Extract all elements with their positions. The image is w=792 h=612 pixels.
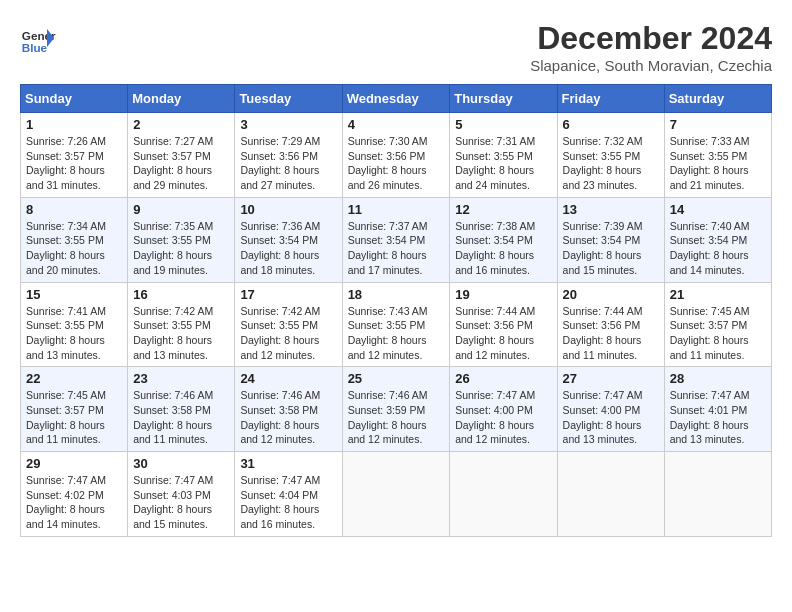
page-header: General Blue December 2024 Slapanice, So…: [20, 20, 772, 74]
week-row-1: 1 Sunrise: 7:26 AM Sunset: 3:57 PM Dayli…: [21, 113, 772, 198]
day-info: Sunrise: 7:30 AM Sunset: 3:56 PM Dayligh…: [348, 134, 445, 193]
day-number: 16: [133, 287, 229, 302]
day-cell-28: 28 Sunrise: 7:47 AM Sunset: 4:01 PM Dayl…: [664, 367, 771, 452]
day-cell-29: 29 Sunrise: 7:47 AM Sunset: 4:02 PM Dayl…: [21, 452, 128, 537]
day-cell-26: 26 Sunrise: 7:47 AM Sunset: 4:00 PM Dayl…: [450, 367, 557, 452]
header-saturday: Saturday: [664, 85, 771, 113]
day-info: Sunrise: 7:37 AM Sunset: 3:54 PM Dayligh…: [348, 219, 445, 278]
day-number: 20: [563, 287, 659, 302]
svg-text:Blue: Blue: [22, 41, 48, 54]
day-number: 8: [26, 202, 122, 217]
day-number: 23: [133, 371, 229, 386]
day-info: Sunrise: 7:47 AM Sunset: 4:00 PM Dayligh…: [455, 388, 551, 447]
day-cell-1: 1 Sunrise: 7:26 AM Sunset: 3:57 PM Dayli…: [21, 113, 128, 198]
week-row-5: 29 Sunrise: 7:47 AM Sunset: 4:02 PM Dayl…: [21, 452, 772, 537]
day-cell-16: 16 Sunrise: 7:42 AM Sunset: 3:55 PM Dayl…: [128, 282, 235, 367]
day-number: 7: [670, 117, 766, 132]
day-number: 9: [133, 202, 229, 217]
day-cell-12: 12 Sunrise: 7:38 AM Sunset: 3:54 PM Dayl…: [450, 197, 557, 282]
day-cell-9: 9 Sunrise: 7:35 AM Sunset: 3:55 PM Dayli…: [128, 197, 235, 282]
header-monday: Monday: [128, 85, 235, 113]
day-cell-23: 23 Sunrise: 7:46 AM Sunset: 3:58 PM Dayl…: [128, 367, 235, 452]
day-number: 24: [240, 371, 336, 386]
logo: General Blue: [20, 20, 56, 56]
day-info: Sunrise: 7:47 AM Sunset: 4:04 PM Dayligh…: [240, 473, 336, 532]
day-cell-5: 5 Sunrise: 7:31 AM Sunset: 3:55 PM Dayli…: [450, 113, 557, 198]
day-info: Sunrise: 7:38 AM Sunset: 3:54 PM Dayligh…: [455, 219, 551, 278]
day-cell-21: 21 Sunrise: 7:45 AM Sunset: 3:57 PM Dayl…: [664, 282, 771, 367]
day-cell-24: 24 Sunrise: 7:46 AM Sunset: 3:58 PM Dayl…: [235, 367, 342, 452]
day-info: Sunrise: 7:26 AM Sunset: 3:57 PM Dayligh…: [26, 134, 122, 193]
day-info: Sunrise: 7:27 AM Sunset: 3:57 PM Dayligh…: [133, 134, 229, 193]
day-number: 13: [563, 202, 659, 217]
day-number: 10: [240, 202, 336, 217]
day-cell-25: 25 Sunrise: 7:46 AM Sunset: 3:59 PM Dayl…: [342, 367, 450, 452]
header-friday: Friday: [557, 85, 664, 113]
day-cell-22: 22 Sunrise: 7:45 AM Sunset: 3:57 PM Dayl…: [21, 367, 128, 452]
day-number: 18: [348, 287, 445, 302]
day-number: 2: [133, 117, 229, 132]
day-number: 17: [240, 287, 336, 302]
empty-cell: [342, 452, 450, 537]
day-number: 19: [455, 287, 551, 302]
header-wednesday: Wednesday: [342, 85, 450, 113]
day-info: Sunrise: 7:41 AM Sunset: 3:55 PM Dayligh…: [26, 304, 122, 363]
day-cell-6: 6 Sunrise: 7:32 AM Sunset: 3:55 PM Dayli…: [557, 113, 664, 198]
day-cell-10: 10 Sunrise: 7:36 AM Sunset: 3:54 PM Dayl…: [235, 197, 342, 282]
day-number: 22: [26, 371, 122, 386]
day-number: 6: [563, 117, 659, 132]
day-info: Sunrise: 7:44 AM Sunset: 3:56 PM Dayligh…: [455, 304, 551, 363]
day-cell-30: 30 Sunrise: 7:47 AM Sunset: 4:03 PM Dayl…: [128, 452, 235, 537]
day-number: 26: [455, 371, 551, 386]
day-info: Sunrise: 7:42 AM Sunset: 3:55 PM Dayligh…: [133, 304, 229, 363]
day-cell-4: 4 Sunrise: 7:30 AM Sunset: 3:56 PM Dayli…: [342, 113, 450, 198]
day-info: Sunrise: 7:40 AM Sunset: 3:54 PM Dayligh…: [670, 219, 766, 278]
day-number: 14: [670, 202, 766, 217]
day-cell-13: 13 Sunrise: 7:39 AM Sunset: 3:54 PM Dayl…: [557, 197, 664, 282]
day-cell-27: 27 Sunrise: 7:47 AM Sunset: 4:00 PM Dayl…: [557, 367, 664, 452]
day-cell-18: 18 Sunrise: 7:43 AM Sunset: 3:55 PM Dayl…: [342, 282, 450, 367]
header-sunday: Sunday: [21, 85, 128, 113]
day-number: 28: [670, 371, 766, 386]
location-title: Slapanice, South Moravian, Czechia: [530, 57, 772, 74]
day-number: 3: [240, 117, 336, 132]
day-cell-17: 17 Sunrise: 7:42 AM Sunset: 3:55 PM Dayl…: [235, 282, 342, 367]
day-cell-7: 7 Sunrise: 7:33 AM Sunset: 3:55 PM Dayli…: [664, 113, 771, 198]
day-info: Sunrise: 7:45 AM Sunset: 3:57 PM Dayligh…: [670, 304, 766, 363]
title-block: December 2024 Slapanice, South Moravian,…: [530, 20, 772, 74]
day-number: 15: [26, 287, 122, 302]
day-number: 25: [348, 371, 445, 386]
day-info: Sunrise: 7:35 AM Sunset: 3:55 PM Dayligh…: [133, 219, 229, 278]
day-number: 11: [348, 202, 445, 217]
day-number: 4: [348, 117, 445, 132]
day-cell-11: 11 Sunrise: 7:37 AM Sunset: 3:54 PM Dayl…: [342, 197, 450, 282]
day-info: Sunrise: 7:45 AM Sunset: 3:57 PM Dayligh…: [26, 388, 122, 447]
day-info: Sunrise: 7:29 AM Sunset: 3:56 PM Dayligh…: [240, 134, 336, 193]
day-number: 31: [240, 456, 336, 471]
day-info: Sunrise: 7:42 AM Sunset: 3:55 PM Dayligh…: [240, 304, 336, 363]
empty-cell: [664, 452, 771, 537]
logo-icon: General Blue: [20, 20, 56, 56]
day-cell-31: 31 Sunrise: 7:47 AM Sunset: 4:04 PM Dayl…: [235, 452, 342, 537]
month-title: December 2024: [530, 20, 772, 57]
header-tuesday: Tuesday: [235, 85, 342, 113]
day-number: 1: [26, 117, 122, 132]
day-info: Sunrise: 7:44 AM Sunset: 3:56 PM Dayligh…: [563, 304, 659, 363]
day-info: Sunrise: 7:33 AM Sunset: 3:55 PM Dayligh…: [670, 134, 766, 193]
day-cell-2: 2 Sunrise: 7:27 AM Sunset: 3:57 PM Dayli…: [128, 113, 235, 198]
day-info: Sunrise: 7:36 AM Sunset: 3:54 PM Dayligh…: [240, 219, 336, 278]
day-number: 5: [455, 117, 551, 132]
week-row-2: 8 Sunrise: 7:34 AM Sunset: 3:55 PM Dayli…: [21, 197, 772, 282]
day-info: Sunrise: 7:32 AM Sunset: 3:55 PM Dayligh…: [563, 134, 659, 193]
day-info: Sunrise: 7:34 AM Sunset: 3:55 PM Dayligh…: [26, 219, 122, 278]
day-info: Sunrise: 7:47 AM Sunset: 4:03 PM Dayligh…: [133, 473, 229, 532]
day-cell-15: 15 Sunrise: 7:41 AM Sunset: 3:55 PM Dayl…: [21, 282, 128, 367]
day-info: Sunrise: 7:43 AM Sunset: 3:55 PM Dayligh…: [348, 304, 445, 363]
day-info: Sunrise: 7:47 AM Sunset: 4:00 PM Dayligh…: [563, 388, 659, 447]
calendar-table: Sunday Monday Tuesday Wednesday Thursday…: [20, 84, 772, 537]
day-cell-3: 3 Sunrise: 7:29 AM Sunset: 3:56 PM Dayli…: [235, 113, 342, 198]
day-number: 29: [26, 456, 122, 471]
day-number: 21: [670, 287, 766, 302]
empty-cell: [450, 452, 557, 537]
week-row-3: 15 Sunrise: 7:41 AM Sunset: 3:55 PM Dayl…: [21, 282, 772, 367]
